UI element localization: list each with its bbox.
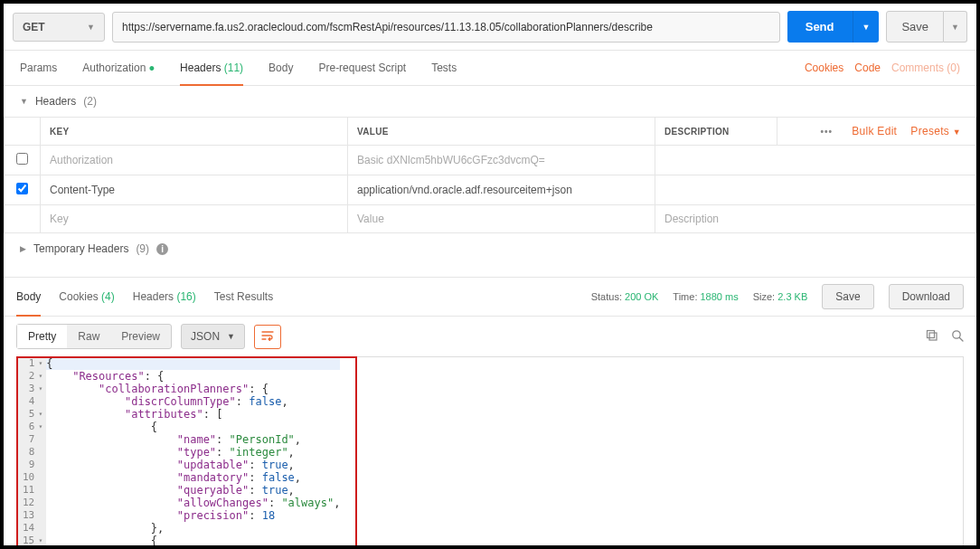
resp-tab-tests[interactable]: Test Results (214, 283, 273, 310)
table-row[interactable]: Authorization Basic dXNlcm5hbWU6cGFzc3dv… (5, 146, 976, 175)
copy-icon[interactable] (926, 329, 938, 345)
response-body-code[interactable]: 123456789101112131415 { "Resources": { "… (16, 356, 964, 548)
http-method-label: GET (23, 21, 45, 33)
row-checkbox[interactable] (16, 183, 28, 194)
code-link[interactable]: Code (854, 62, 881, 74)
status-dot-icon: • (149, 60, 155, 78)
tab-params[interactable]: Params (20, 51, 57, 85)
tab-tests[interactable]: Tests (431, 51, 457, 85)
send-button[interactable]: Send (787, 11, 853, 43)
tab-body[interactable]: Body (269, 51, 293, 85)
view-pretty[interactable]: Pretty (17, 325, 67, 348)
resp-tab-cookies[interactable]: Cookies (4) (59, 283, 114, 310)
table-row[interactable]: Content-Type application/vnd.oracle.adf.… (5, 175, 976, 205)
chevron-down-icon: ▼ (227, 332, 235, 341)
cookies-link[interactable]: Cookies (805, 62, 843, 74)
view-raw[interactable]: Raw (67, 325, 110, 348)
status-meta: Status: 200 OK (591, 291, 659, 302)
chevron-down-icon: ▼ (953, 128, 961, 137)
collapse-toggle-icon[interactable]: ▼ (20, 97, 28, 106)
col-key: KEY (41, 118, 348, 146)
col-description: DESCRIPTION (655, 118, 777, 146)
save-dropdown[interactable]: ▼ (944, 11, 967, 43)
table-row-new[interactable]: Key Value Description (5, 205, 976, 233)
svg-rect-0 (929, 333, 937, 340)
comments-link[interactable]: Comments (0) (891, 62, 960, 74)
wrap-lines-icon[interactable] (254, 325, 281, 349)
temp-headers-section-header[interactable]: ▶ Temporary Headers (9) i (4, 233, 976, 264)
presets-link[interactable]: Presets ▼ (905, 125, 966, 137)
headers-table: KEY VALUE DESCRIPTION ••• Bulk Edit Pres… (4, 117, 976, 233)
svg-rect-1 (928, 330, 935, 337)
svg-line-3 (959, 337, 963, 341)
row-checkbox[interactable] (16, 153, 28, 165)
tab-headers[interactable]: Headers (11) (180, 51, 243, 85)
http-method-select[interactable]: GET ▼ (13, 13, 105, 42)
format-select[interactable]: JSON ▼ (181, 324, 245, 349)
view-preview[interactable]: Preview (110, 325, 171, 348)
chevron-down-icon: ▼ (87, 23, 95, 32)
download-button[interactable]: Download (889, 284, 964, 309)
more-options-icon[interactable]: ••• (821, 127, 844, 137)
url-input[interactable] (112, 12, 780, 43)
expand-toggle-icon[interactable]: ▶ (20, 244, 26, 253)
save-button[interactable]: Save (886, 11, 944, 43)
tab-prerequest[interactable]: Pre-request Script (318, 51, 406, 85)
view-mode-group: Pretty Raw Preview (16, 324, 172, 349)
resp-tab-headers[interactable]: Headers (16) (133, 283, 196, 310)
col-value: VALUE (348, 118, 655, 146)
time-meta: Time: 1880 ms (673, 291, 738, 302)
save-response-button[interactable]: Save (822, 284, 873, 309)
bulk-edit-link[interactable]: Bulk Edit (846, 125, 902, 137)
send-dropdown[interactable]: ▼ (853, 11, 880, 43)
info-icon[interactable]: i (156, 243, 168, 255)
tab-authorization[interactable]: Authorization • (82, 51, 155, 85)
headers-section-header[interactable]: ▼ Headers (2) (4, 86, 976, 117)
resp-tab-body[interactable]: Body (16, 283, 41, 310)
search-icon[interactable] (951, 329, 964, 345)
size-meta: Size: 2.3 KB (753, 291, 808, 302)
